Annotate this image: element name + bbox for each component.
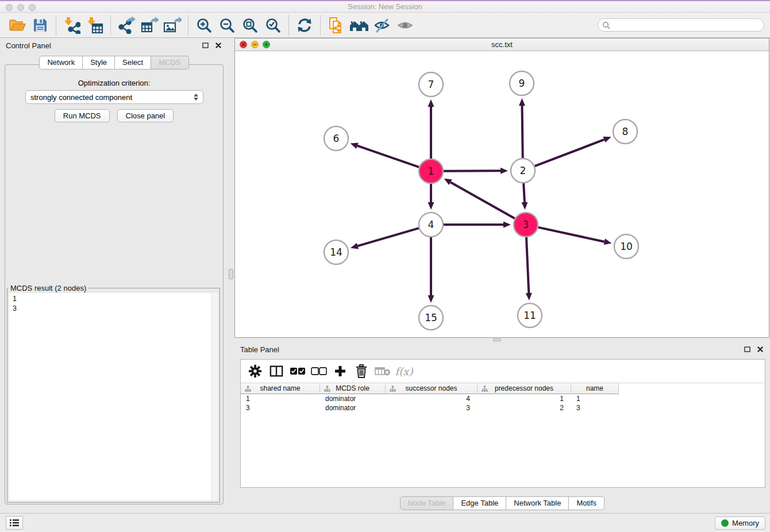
first-neighbors-button[interactable]: [348, 14, 371, 36]
zoom-out-button[interactable]: [215, 14, 238, 36]
splitter-handle[interactable]: [493, 338, 501, 341]
apply-layout-button[interactable]: [293, 14, 316, 36]
splitter-handle[interactable]: [229, 269, 233, 279]
table-cell[interactable]: dominator: [320, 394, 386, 403]
float-table-panel-button[interactable]: [743, 345, 751, 353]
column-header-predecessor-nodes[interactable]: predecessor nodes: [478, 383, 571, 394]
zoom-in-button[interactable]: [192, 14, 215, 36]
main-toolbar: [0, 13, 770, 38]
show-all-button[interactable]: [394, 14, 417, 36]
export-image-button[interactable]: [161, 14, 184, 36]
zoom-fit-button[interactable]: [238, 14, 261, 36]
vertical-splitter[interactable]: [228, 38, 234, 513]
minimize-view-button[interactable]: [251, 41, 259, 48]
table-panel-title: Table Panel: [240, 345, 279, 354]
close-view-button[interactable]: [240, 41, 247, 48]
tab-node-table[interactable]: Node Table: [400, 496, 454, 510]
task-history-button[interactable]: [6, 516, 23, 530]
save-session-button[interactable]: [29, 14, 52, 36]
mcds-result-group: MCDS result (2 nodes) 1 3: [7, 284, 220, 503]
zoom-window-button[interactable]: [29, 4, 36, 11]
graph-edge-2-9[interactable]: [522, 106, 523, 158]
graph-edge-3-11[interactable]: [526, 237, 529, 293]
node-table-grid: shared nameMCDS rolesuccessor nodesprede…: [241, 383, 765, 487]
tab-network[interactable]: Network: [39, 56, 83, 70]
graph-edge-1-2[interactable]: [444, 171, 500, 171]
network-window-titlebar[interactable]: scc.txt: [235, 38, 769, 51]
create-column-button[interactable]: [332, 363, 349, 380]
select-all-columns-button[interactable]: [289, 363, 306, 380]
table-settings-button[interactable]: [247, 363, 264, 380]
graph-edge-2-3[interactable]: [523, 183, 525, 202]
minimize-window-button[interactable]: [17, 4, 24, 11]
column-header-label: predecessor nodes: [495, 384, 553, 392]
graph-edge-1-6[interactable]: [357, 146, 419, 167]
search-input[interactable]: [613, 21, 760, 29]
eye-slash-icon: [374, 17, 391, 33]
column-header-shared-name[interactable]: shared name: [241, 383, 320, 394]
maximize-view-button[interactable]: [263, 41, 270, 48]
import-network-button[interactable]: [60, 14, 83, 36]
table-cell[interactable]: dominator: [320, 403, 386, 413]
tab-network-table[interactable]: Network Table: [506, 496, 569, 510]
table-row[interactable]: 1dominator411: [241, 394, 765, 403]
graph-edge-arrowhead: [428, 295, 434, 303]
graph-edge-4-14[interactable]: [357, 228, 418, 246]
export-table-button[interactable]: [138, 14, 161, 36]
tab-motifs[interactable]: Motifs: [569, 496, 605, 510]
column-header-successor-nodes[interactable]: successor nodes: [386, 383, 478, 394]
result-scrollbar[interactable]: [211, 293, 218, 500]
table-panel-header: Table Panel: [234, 342, 770, 357]
graph-edge-3-1[interactable]: [451, 182, 515, 218]
memory-button[interactable]: Memory: [715, 516, 765, 530]
close-panel-button-action[interactable]: Close panel: [117, 109, 174, 122]
table-cell[interactable]: 3: [241, 403, 320, 413]
import-table-button[interactable]: [83, 14, 106, 36]
gear-icon: [248, 364, 262, 378]
tab-select[interactable]: Select: [115, 56, 151, 70]
graph-edge-3-10[interactable]: [538, 228, 604, 242]
table-cell[interactable]: 3: [386, 403, 478, 413]
close-table-panel-button[interactable]: [756, 345, 764, 353]
export-table-icon: [140, 17, 159, 34]
tab-edge-table[interactable]: Edge Table: [453, 496, 506, 510]
column-header-MCDS-role[interactable]: MCDS role: [320, 383, 386, 394]
graph-node-label: 11: [523, 310, 536, 321]
control-panel-header: Control Panel: [0, 38, 228, 53]
zoom-selected-button[interactable]: [261, 14, 284, 36]
table-cell[interactable]: 1: [241, 394, 320, 403]
column-header-name[interactable]: name: [571, 383, 619, 394]
table-cell[interactable]: 1: [478, 394, 571, 403]
criterion-dropdown[interactable]: strongly connected component: [25, 90, 203, 104]
fx-icon: f(x): [395, 365, 413, 377]
toolbar-separator: [288, 16, 289, 35]
search-field[interactable]: [598, 18, 764, 32]
tab-style[interactable]: Style: [83, 56, 115, 70]
table-cell[interactable]: 4: [386, 394, 478, 403]
network-canvas[interactable]: 7968124314101511: [235, 51, 769, 337]
horizontal-splitter[interactable]: [234, 338, 770, 342]
network-graph[interactable]: 7968124314101511: [235, 51, 769, 337]
graph-edge-2-8[interactable]: [535, 140, 605, 166]
export-network-button[interactable]: [115, 14, 138, 36]
table-body: 1dominator4113dominator323: [241, 394, 765, 413]
hide-selected-button[interactable]: [371, 14, 394, 36]
open-session-button[interactable]: [6, 14, 29, 36]
delete-column-button[interactable]: [353, 363, 370, 380]
mcds-result-text: 1 3: [9, 293, 211, 500]
show-column-panel-button[interactable]: [268, 363, 285, 380]
table-cell[interactable]: 1: [571, 394, 619, 403]
tab-mcds[interactable]: MCDS: [151, 56, 188, 70]
close-panel-button[interactable]: [214, 41, 222, 49]
main-area: Control Panel Network Style Select MCDS …: [0, 38, 770, 513]
table-cell[interactable]: 3: [571, 403, 619, 413]
table-cell[interactable]: 2: [478, 403, 571, 413]
graph-node-label: 3: [523, 219, 529, 230]
table-row[interactable]: 3dominator323: [241, 403, 765, 413]
close-window-button[interactable]: [6, 4, 13, 11]
mcds-result-area[interactable]: 1 3: [9, 293, 218, 500]
deselect-all-columns-button[interactable]: [310, 363, 328, 380]
float-panel-button[interactable]: [201, 41, 209, 49]
duplicate-network-button[interactable]: [325, 14, 348, 36]
run-mcds-button[interactable]: Run MCDS: [55, 109, 110, 122]
